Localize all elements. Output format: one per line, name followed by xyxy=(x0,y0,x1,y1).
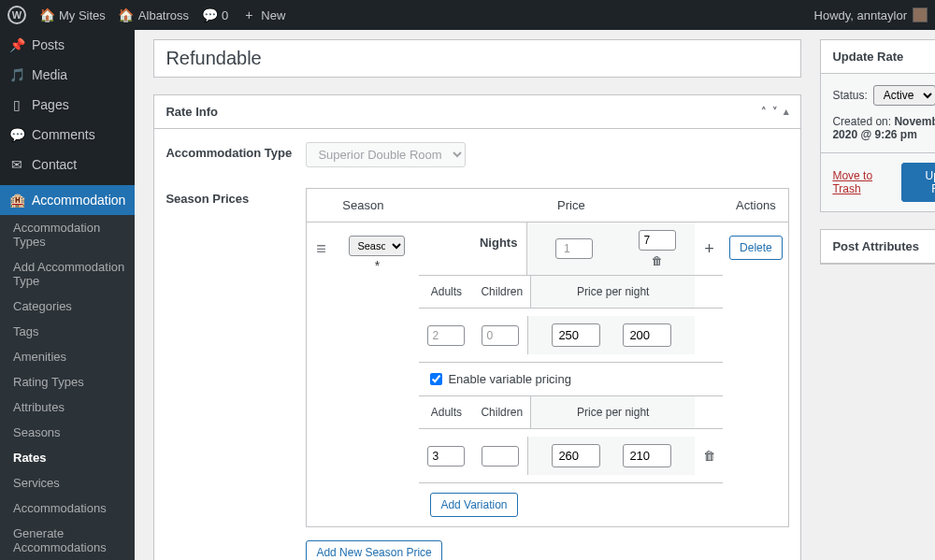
pin-icon: 📌 xyxy=(9,37,24,52)
delete-season-button[interactable]: Delete xyxy=(729,236,783,260)
status-label: Status: xyxy=(832,89,867,102)
page-title[interactable]: Refundable xyxy=(153,39,801,78)
submenu-accommodation: Accommodation Types Add Accommodation Ty… xyxy=(0,215,135,560)
th-children: Children xyxy=(473,396,530,428)
submenu-rates[interactable]: Rates xyxy=(0,445,135,470)
sidebar-label: Posts xyxy=(32,37,65,52)
season-select[interactable]: Season xyxy=(349,236,405,256)
th-adults: Adults xyxy=(419,396,473,428)
drag-handle-icon[interactable]: ≡ xyxy=(307,223,335,526)
comment-icon: 💬 xyxy=(202,7,217,22)
th-adults: Adults xyxy=(419,276,473,308)
post-attributes-header: Post Attributes xyxy=(832,239,919,253)
submenu-generate-accommodations[interactable]: Generate Accommodations xyxy=(0,521,135,560)
submenu-rating-types[interactable]: Rating Types xyxy=(0,369,135,395)
submenu-accommodation-types[interactable]: Accommodation Types xyxy=(0,215,135,254)
sidebar-label: Contact xyxy=(32,157,77,172)
my-sites-link[interactable]: 🏠My Sites xyxy=(39,7,106,22)
media-icon: 🎵 xyxy=(9,67,24,82)
site-name-label: Albatross xyxy=(138,8,189,22)
sidebar-label: Comments xyxy=(32,127,95,142)
sidebar-label: Pages xyxy=(32,97,69,112)
price-input-var-2[interactable] xyxy=(623,444,671,467)
add-new-season-price-button[interactable]: Add New Season Price xyxy=(306,540,441,560)
comments-count: 0 xyxy=(222,8,228,22)
sidebar-item-posts[interactable]: 📌Posts xyxy=(0,30,135,60)
comments-link[interactable]: 💬0 xyxy=(202,7,228,22)
caret-up-icon[interactable]: ˄ xyxy=(761,106,767,118)
sidebar-item-media[interactable]: 🎵Media xyxy=(0,60,135,90)
th-price-per-night: Price per night xyxy=(530,276,695,308)
enable-variable-pricing-checkbox[interactable] xyxy=(430,373,442,385)
home-icon: 🏠 xyxy=(119,7,134,22)
submenu-services[interactable]: Services xyxy=(0,470,135,495)
submenu-accommodations[interactable]: Accommodations xyxy=(0,495,135,521)
submenu-tags[interactable]: Tags xyxy=(0,319,135,344)
th-season: Season xyxy=(307,189,419,222)
caret-down-icon[interactable]: ˅ xyxy=(772,106,778,118)
add-variation-button[interactable]: Add Variation xyxy=(430,493,517,517)
th-actions: Actions xyxy=(723,189,788,222)
price-input-var-1[interactable] xyxy=(552,444,600,467)
sidebar-item-comments[interactable]: 💬Comments xyxy=(0,120,135,150)
trash-icon[interactable]: 🗑 xyxy=(652,254,663,267)
submenu-amenities[interactable]: Amenities xyxy=(0,344,135,369)
sidebar-label: Media xyxy=(32,67,67,82)
howdy-text[interactable]: Howdy, anntaylor xyxy=(814,8,907,22)
accommodation-type-select[interactable]: Superior Double Room xyxy=(306,142,466,167)
caret-toggle-icon[interactable]: ▴ xyxy=(784,106,789,118)
plus-icon: + xyxy=(241,7,256,22)
price-input-1[interactable] xyxy=(552,323,600,347)
nights-to-input[interactable] xyxy=(639,230,676,251)
update-rate-panel: Update Rate ˄ ˅ ▴ Status: Active Created… xyxy=(820,39,935,212)
mail-icon: ✉ xyxy=(9,157,24,172)
children-input[interactable] xyxy=(482,325,519,346)
admin-sidebar: 📌Posts 🎵Media ▯Pages 💬Comments ✉Contact … xyxy=(0,30,135,560)
delete-row-icon[interactable]: 🗑 xyxy=(695,449,723,463)
sidebar-item-contact[interactable]: ✉Contact xyxy=(0,150,135,179)
admin-bar: W 🏠My Sites 🏠Albatross 💬0 +New Howdy, an… xyxy=(0,0,935,30)
new-label: New xyxy=(261,8,285,22)
rate-info-panel: Rate Info ˄ ˅ ▴ Accommodation Type Super… xyxy=(153,94,801,560)
nights-label: Nights xyxy=(419,223,526,275)
page-icon: ▯ xyxy=(9,97,24,112)
update-rate-header: Update Rate xyxy=(832,50,903,64)
submenu-attributes[interactable]: Attributes xyxy=(0,395,135,420)
sidebar-label: Accommodation xyxy=(32,193,125,208)
children-input-var[interactable] xyxy=(482,446,519,467)
building-icon: 🏨 xyxy=(9,193,24,208)
enable-variable-pricing-label: Enable variable pricing xyxy=(448,372,571,386)
wp-logo[interactable]: W xyxy=(7,6,26,24)
submenu-categories[interactable]: Categories xyxy=(0,294,135,319)
accommodation-type-label: Accommodation Type xyxy=(165,142,306,167)
price-input-2[interactable] xyxy=(623,323,671,347)
comment-icon: 💬 xyxy=(9,127,24,142)
post-attributes-panel: Post Attributes ˄ ˅ ▾ xyxy=(820,229,935,265)
status-select[interactable]: Active xyxy=(873,85,935,106)
update-rate-button[interactable]: Update Rate xyxy=(901,163,935,202)
required-asterisk: * xyxy=(340,258,413,273)
avatar[interactable] xyxy=(913,7,928,22)
season-prices-label: Season Prices xyxy=(165,188,306,560)
move-to-trash-link[interactable]: Move to Trash xyxy=(832,169,900,195)
home-icon: 🏠 xyxy=(39,7,54,22)
adults-input[interactable] xyxy=(427,325,465,346)
sidebar-item-pages[interactable]: ▯Pages xyxy=(0,90,135,120)
sidebar-item-accommodation[interactable]: 🏨Accommodation xyxy=(0,185,135,215)
created-on-label: Created on: xyxy=(832,115,891,128)
submenu-add-accommodation-type[interactable]: Add Accommodation Type xyxy=(0,254,135,294)
th-price: Price xyxy=(419,189,723,222)
rate-info-header: Rate Info ˄ ˅ ▴ xyxy=(154,95,800,129)
add-night-button[interactable]: + xyxy=(695,223,723,275)
site-link[interactable]: 🏠Albatross xyxy=(119,7,189,22)
my-sites-label: My Sites xyxy=(59,8,106,22)
th-price-per-night: Price per night xyxy=(530,396,695,428)
panel-title: Rate Info xyxy=(165,105,218,119)
th-children: Children xyxy=(473,276,530,308)
new-link[interactable]: +New xyxy=(241,7,285,22)
adults-input-var[interactable] xyxy=(427,446,465,467)
submenu-seasons[interactable]: Seasons xyxy=(0,420,135,445)
season-prices-table: Season Price Actions ≡ Season * xyxy=(306,188,789,527)
nights-from-input[interactable] xyxy=(555,238,593,259)
